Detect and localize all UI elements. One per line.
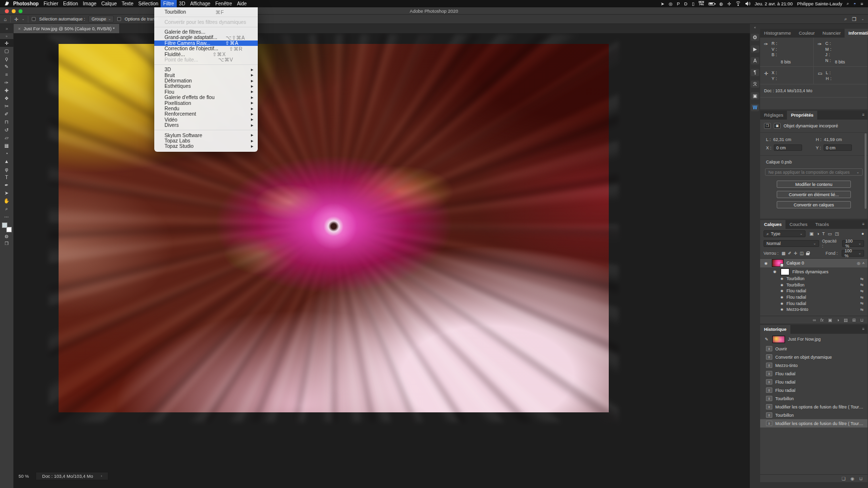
menubar-item[interactable]: Sélection <box>136 0 161 7</box>
filter-menu-item[interactable]: Divers ▶ <box>154 122 258 128</box>
opacity-select[interactable]: 100 % ⌄ <box>842 240 864 247</box>
layer-style-icon[interactable]: fx <box>820 318 824 323</box>
canvas-area[interactable]: 50 % Doc : 103,4 Mo/103,4 Mo › <box>14 33 750 488</box>
tool-button[interactable]: ▢ <box>0 47 14 55</box>
tool-button[interactable]: ⌕ <box>0 205 14 213</box>
workspace-icon[interactable]: ❒ <box>852 17 856 22</box>
filter-menu-item[interactable]: Grand-angle adaptatif... ⌥⇧⌘A <box>154 35 258 40</box>
volume-icon[interactable] <box>745 1 750 6</box>
collapsed-panel-icon[interactable]: ℛ <box>751 81 759 88</box>
panel-tab[interactable]: Tracés <box>811 220 833 229</box>
filter-adjustment-icon[interactable]: ◑ <box>817 231 819 236</box>
adjustment-layer-icon[interactable]: ◑ <box>836 318 839 323</box>
foreground-color-swatch[interactable] <box>2 223 7 228</box>
tool-button[interactable]: φ <box>0 165 14 173</box>
eye-icon[interactable]: ◉ <box>780 302 784 305</box>
eye-icon[interactable]: ◉ <box>780 295 784 299</box>
panel-tab[interactable]: Couleur <box>795 29 819 38</box>
filter-options-icon[interactable]: ⇆ <box>860 283 864 287</box>
close-window-button[interactable] <box>5 9 9 13</box>
tool-button[interactable]: ↺ <box>0 126 14 134</box>
properties-button[interactable]: Convertir en élément lié... <box>777 191 851 198</box>
move-tool-icon[interactable]: ✛ <box>14 17 18 22</box>
new-group-icon[interactable]: ▤ <box>844 318 848 323</box>
menubar-item[interactable]: Image <box>81 0 99 7</box>
properties-button[interactable]: Modifier le contenu <box>777 181 851 188</box>
filter-menu-item[interactable] <box>154 130 258 130</box>
filter-shape-icon[interactable]: ▭ <box>827 231 832 236</box>
status-icon[interactable]: ➤ <box>661 1 664 6</box>
filter-menu-item[interactable]: Déformation ▶ <box>154 78 258 83</box>
lock-pixels-icon[interactable]: ✐ <box>788 251 791 256</box>
menubar-item[interactable]: Texte <box>119 0 136 7</box>
tool-button[interactable]: ◔ <box>0 150 14 158</box>
tool-button[interactable]: ✎ <box>0 63 14 71</box>
smart-filter-name[interactable]: Mezzo-tinto <box>786 307 808 312</box>
tool-button[interactable]: ✋ <box>0 197 14 205</box>
document-size-chip[interactable]: Doc : 103,4 Mo/103,4 Mo › <box>36 472 108 480</box>
status-icon[interactable]: ✢ <box>727 1 731 6</box>
blend-mode-select[interactable]: Normal ⌄ <box>764 240 819 247</box>
filter-menu-item[interactable]: Topaz Labs ▶ <box>154 138 258 143</box>
menubar-item[interactable]: Fichier <box>41 0 61 7</box>
filter-menu-item[interactable]: Flou ▶ <box>154 89 258 95</box>
filter-menu-item[interactable]: 3D ▶ <box>154 67 258 72</box>
tool-button[interactable]: ✂ <box>0 102 14 110</box>
layer-filter-field[interactable]: ⌕ Type ⌄ <box>764 230 806 237</box>
tool-button[interactable]: ⊓ <box>0 118 14 126</box>
tool-button[interactable]: ϙ <box>0 55 14 62</box>
collapsed-panel-icon[interactable]: ❂ <box>751 34 759 41</box>
tool-button[interactable]: ⌗ <box>0 71 14 79</box>
tool-button[interactable]: ➤ <box>0 189 14 197</box>
home-icon[interactable]: ⌂ <box>4 17 7 22</box>
notification-center-icon[interactable]: ≡ <box>861 1 863 6</box>
smart-filter-row[interactable]: ◉ Flou radial ⇆ <box>760 300 868 306</box>
status-icon[interactable]: P <box>677 1 680 6</box>
filter-menu-item[interactable] <box>154 17 258 17</box>
filter-menu-item[interactable]: Vidéo ▶ <box>154 117 258 122</box>
collapse-fx-icon[interactable]: ˄ <box>862 261 865 265</box>
menubar-item[interactable]: Fenêtre <box>213 0 234 7</box>
zoom-level[interactable]: 50 % <box>19 474 29 479</box>
smart-filter-name[interactable]: Tourbillon <box>786 283 805 287</box>
smart-filters-row[interactable]: ◉ Filtres dynamiques <box>760 267 868 276</box>
panel-tab[interactable]: Propriétés <box>787 111 817 120</box>
filter-menu-item[interactable]: Topaz Studio ▶ <box>154 143 258 149</box>
smart-filter-name[interactable]: Flou radial <box>786 295 806 300</box>
filter-options-icon[interactable]: ⇆ <box>860 289 864 293</box>
history-step[interactable]: ≡ Flou radial <box>760 378 868 386</box>
memory-indicator[interactable]: MEM 74% <box>699 1 704 6</box>
filter-menu-item[interactable]: Rendu ▶ <box>154 106 258 111</box>
window-titlebar[interactable]: Adobe Photoshop 2020 <box>0 7 868 15</box>
transform-options-checkbox[interactable] <box>117 17 121 21</box>
menubar-item[interactable]: 3D <box>177 0 188 7</box>
x-input[interactable]: 0 cm <box>774 144 802 151</box>
history-step[interactable]: ≡ Ouvrir <box>760 345 868 353</box>
menubar-item[interactable]: Affichage <box>187 0 213 7</box>
panel-menu-icon[interactable]: ≡ <box>862 327 865 331</box>
menubar-item[interactable]: Edition <box>61 0 81 7</box>
collapsed-panel-icon[interactable]: ¶ <box>751 69 759 76</box>
search-icon[interactable]: ⌕ <box>845 16 847 22</box>
tool-button[interactable]: ✒ <box>0 181 14 189</box>
filter-menu-item[interactable]: Point de fuite... ⌥⌘V <box>154 57 258 62</box>
filter-options-icon[interactable]: ⇆ <box>860 307 864 312</box>
lock-position-icon[interactable]: ✛ <box>794 251 797 256</box>
expand-panels-icon[interactable]: « <box>754 26 756 29</box>
panel-tab[interactable]: Couches <box>785 220 811 229</box>
document-tab[interactable]: × Just For Now.jpg @ 50% (Calque 0, RVB/… <box>14 24 119 33</box>
tool-button[interactable]: ▱ <box>0 134 14 142</box>
smart-filter-name[interactable]: Tourbillon <box>786 276 805 281</box>
panel-tab[interactable]: Histogramme <box>760 29 795 38</box>
filter-smart-object-icon[interactable]: ◳ <box>835 231 839 236</box>
toolbar-collapse-icon[interactable]: » <box>6 35 8 38</box>
history-step[interactable]: ≡ Mezzo-tinto <box>760 361 868 369</box>
panel-menu-icon[interactable]: ≡ <box>862 31 865 35</box>
filter-pixel-icon[interactable]: ▣ <box>809 231 814 236</box>
tool-button[interactable]: T <box>0 173 14 181</box>
status-icon[interactable]: D <box>684 1 688 6</box>
panel-tab[interactable]: Calques <box>760 220 785 229</box>
minimize-window-button[interactable] <box>12 9 16 13</box>
smart-filter-name[interactable]: Flou radial <box>786 288 806 293</box>
status-icon[interactable]: ▯ <box>692 1 694 6</box>
